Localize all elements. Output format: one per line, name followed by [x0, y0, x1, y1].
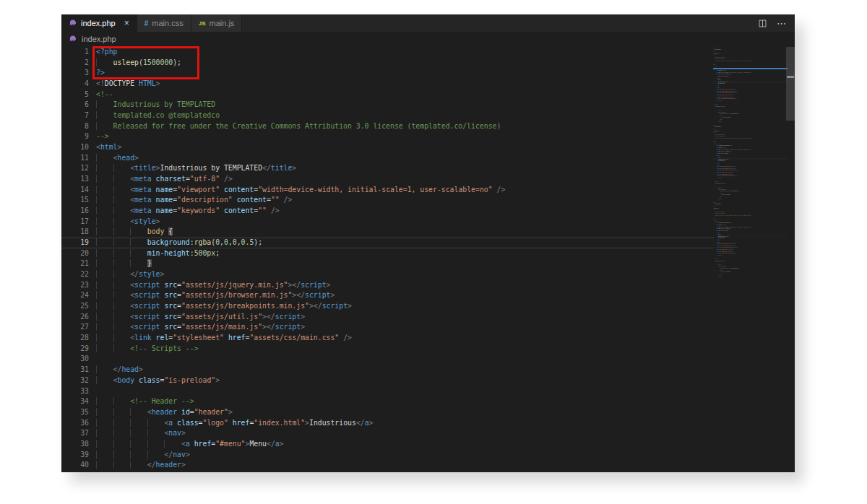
code-line[interactable]: 17 <style> — [61, 217, 714, 227]
code-line[interactable]: 1<?php — [61, 47, 714, 58]
code-line[interactable]: 32 <body class="is-preload"> — [61, 375, 714, 386]
line-number: 40 — [61, 460, 94, 471]
line-number: 12 — [61, 163, 94, 174]
tab-main.js[interactable]: JSmain.js — [191, 14, 243, 32]
editor-scrollbar[interactable] — [786, 45, 795, 472]
code-line[interactable]: 14 <meta name="viewport" content="width=… — [61, 185, 714, 196]
code-line[interactable] — [713, 277, 788, 279]
line-number: 24 — [61, 290, 94, 301]
code-line[interactable]: 41 — [61, 471, 714, 472]
code-line[interactable]: 21 } — [61, 258, 714, 269]
vscode-editor-window: index.php×#main.cssJSmain.js ⋯ index.php… — [61, 14, 795, 472]
line-number: 25 — [61, 301, 94, 312]
code-line[interactable]: 13 <meta charset="utf-8" /> — [61, 174, 714, 185]
line-number: 19 — [61, 238, 94, 248]
js-icon: JS — [199, 20, 206, 27]
line-number: 23 — [61, 280, 94, 291]
breadcrumb-file-label: index.php — [82, 35, 116, 43]
code-content[interactable]: 1<?php2 usleep(1500000);3?>4<!DOCTYPE HT… — [61, 47, 714, 472]
line-number: 39 — [61, 450, 94, 461]
editor-actions: ⋯ — [758, 14, 795, 32]
tab-label: main.js — [210, 19, 235, 27]
css-icon: # — [144, 19, 149, 27]
php-icon — [69, 18, 77, 28]
line-number: 30 — [61, 354, 94, 365]
line-number: 17 — [61, 217, 94, 227]
tab-index.php[interactable]: index.php× — [61, 14, 137, 32]
close-tab-icon[interactable]: × — [124, 19, 129, 27]
line-number: 21 — [61, 258, 94, 269]
code-line[interactable]: 3?> — [61, 68, 714, 79]
tab-main.css[interactable]: #main.css — [137, 14, 191, 32]
code-line[interactable]: 24 <script src="assets/js/browser.min.js… — [61, 290, 714, 301]
code-line[interactable]: 7 templated.co @templatedco — [61, 110, 714, 121]
line-number: 1 — [61, 47, 94, 58]
line-number: 11 — [61, 153, 94, 164]
code-line[interactable]: 2 usleep(1500000); — [61, 58, 714, 69]
code-line[interactable]: 10<html> — [61, 142, 714, 153]
code-line[interactable]: 18 body { — [61, 227, 714, 238]
tab-label: index.php — [81, 19, 116, 27]
code-line[interactable]: 39 </nav> — [61, 450, 714, 461]
line-number: 4 — [61, 79, 94, 90]
code-line[interactable]: 34 <!-- Header --> — [61, 396, 714, 407]
code-line[interactable]: 40 </header> — [61, 460, 714, 471]
breadcrumb[interactable]: index.php — [61, 32, 795, 45]
code-line[interactable]: 6 Industrious by TEMPLATED — [61, 100, 714, 110]
code-line[interactable]: 36 <a class="logo" href="index.html">Ind… — [61, 418, 714, 429]
code-line[interactable]: 38 <a href="#menu">Menu</a> — [61, 439, 714, 450]
line-number: 31 — [61, 365, 94, 375]
line-number: 22 — [61, 269, 94, 280]
line-number: 9 — [61, 131, 94, 142]
code-line[interactable]: 37 <nav> — [61, 428, 714, 439]
code-line[interactable]: 23 <script src="assets/js/jquery.min.js"… — [61, 280, 714, 291]
code-line[interactable]: 25 <script src="assets/js/breakpoints.mi… — [61, 301, 714, 312]
code-line[interactable]: 8 Released for free under the Creative C… — [61, 121, 714, 132]
line-number: 5 — [61, 90, 94, 100]
php-icon — [69, 34, 77, 44]
line-number: 6 — [61, 100, 94, 110]
line-number: 26 — [61, 312, 94, 323]
code-line[interactable]: 16 <meta name="keywords" content="" /> — [61, 206, 714, 217]
tab-strip: index.php×#main.cssJSmain.js — [61, 14, 242, 32]
code-area[interactable]: 1<?php2 usleep(1500000);3?>4<!DOCTYPE HT… — [61, 45, 795, 472]
more-actions-icon[interactable]: ⋯ — [777, 18, 787, 29]
code-line[interactable]: 20 min-height:500px; — [61, 248, 714, 259]
code-line[interactable]: 12 <title>Industrious by TEMPLATED</titl… — [61, 163, 714, 174]
line-number: 2 — [61, 58, 94, 69]
line-number: 41 — [61, 471, 94, 472]
tab-bar: index.php×#main.cssJSmain.js ⋯ — [61, 14, 795, 32]
code-line[interactable]: 35 <header id="header"> — [61, 407, 714, 418]
line-number: 15 — [61, 195, 94, 206]
code-line[interactable]: 22 </style> — [61, 269, 714, 280]
line-number: 7 — [61, 110, 94, 121]
code-line[interactable]: 15 <meta name="description" content="" /… — [61, 195, 714, 206]
line-number: 27 — [61, 322, 94, 333]
scrollbar-slider[interactable] — [786, 47, 795, 121]
line-number: 37 — [61, 428, 94, 439]
code-line[interactable]: 4<!DOCTYPE HTML> — [61, 79, 714, 90]
minimap-current-line-marker — [713, 68, 788, 69]
code-line[interactable]: 31 </head> — [61, 365, 714, 375]
code-line[interactable]: 11 <head> — [61, 153, 714, 164]
code-line[interactable]: 30 — [61, 354, 714, 365]
code-line[interactable]: 9--> — [61, 131, 714, 142]
code-line[interactable]: 5<!-- — [61, 90, 714, 100]
code-line[interactable]: 33 — [61, 386, 714, 397]
line-number: 8 — [61, 121, 94, 132]
split-editor-icon[interactable] — [758, 19, 767, 28]
line-number: 18 — [61, 227, 94, 238]
code-line[interactable]: 19 background:rgba(0,0,0,0.5); — [61, 238, 714, 248]
line-number: 3 — [61, 68, 94, 79]
code-line[interactable]: 27 <script src="assets/js/main.js"></scr… — [61, 322, 714, 333]
line-number: 28 — [61, 333, 94, 344]
line-number: 36 — [61, 418, 94, 429]
line-number: 34 — [61, 396, 94, 407]
scrollbar-cursor-decoration — [787, 76, 794, 78]
code-line[interactable]: 28 <link rel="stylesheet" href="assets/c… — [61, 333, 714, 344]
line-number: 33 — [61, 386, 94, 397]
code-line[interactable]: 29 <!-- Scripts --> — [61, 344, 714, 355]
code-line[interactable]: 26 <script src="assets/js/util.js"></scr… — [61, 312, 714, 323]
minimap[interactable]: <?php usleep(1500000);?><!DOCTYPE HTML><… — [713, 45, 788, 472]
line-number: 35 — [61, 407, 94, 418]
